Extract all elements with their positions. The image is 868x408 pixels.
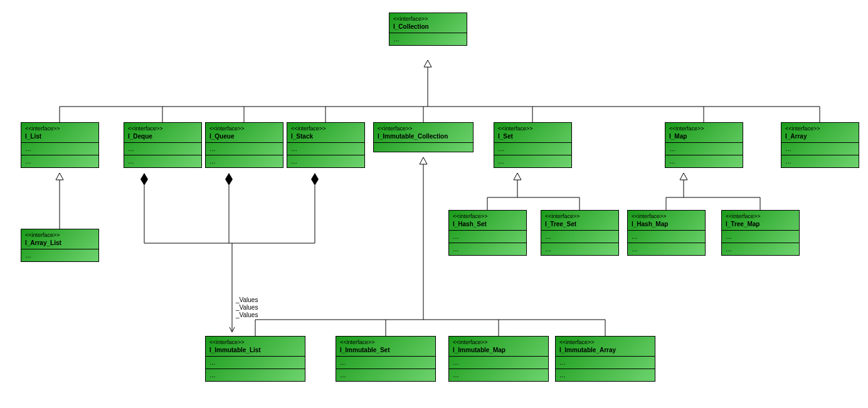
stereotype-label: <<interface>> (781, 123, 859, 132)
stereotype-label: <<interface>> (374, 123, 473, 132)
box-section: … (665, 155, 743, 167)
box-section: … (21, 249, 98, 261)
box-section: … (206, 155, 283, 167)
box-name: I_Deque (124, 132, 201, 143)
box-name: I_Map (665, 132, 743, 143)
box-stack[interactable]: <<interface>> I_Stack … … (287, 122, 365, 168)
box-section: … (449, 369, 548, 381)
svg-marker-16 (514, 173, 521, 180)
box-immutable-list[interactable]: <<interface>> I_Immutable_List … … (205, 336, 305, 382)
box-name: I_Tree_Map (722, 219, 799, 231)
box-name: I_Queue (206, 132, 283, 143)
stereotype-label: <<interface>> (336, 337, 435, 345)
stereotype-label: <<interface>> (21, 123, 98, 132)
box-name: I_Stack (287, 132, 364, 143)
box-name: I_Immutable_Array (556, 345, 655, 357)
box-name: I_Set (494, 132, 571, 143)
box-hash-set[interactable]: <<interface>> I_Hash_Set … … (448, 210, 527, 256)
box-section: … (556, 357, 655, 369)
box-name: I_Array_List (21, 238, 98, 249)
box-immutable-collection[interactable]: <<interface>> I_Immutable_Collection (373, 122, 474, 152)
box-section: … (206, 357, 305, 369)
stereotype-label: <<interface>> (389, 13, 467, 22)
stereotype-label: <<interface>> (287, 123, 364, 132)
association-label: _Values (236, 311, 258, 318)
box-name: I_Immutable_Map (449, 345, 548, 357)
box-name: I_List (21, 132, 98, 143)
box-section: … (494, 143, 571, 155)
box-section: … (781, 155, 859, 167)
box-hash-map[interactable]: <<interface>> I_Hash_Map … … (627, 210, 706, 256)
stereotype-label: <<interface>> (449, 211, 526, 219)
box-section: … (21, 143, 98, 155)
box-section: … (287, 155, 364, 167)
box-section: … (336, 369, 435, 381)
box-name: I_Hash_Set (449, 219, 526, 231)
stereotype-label: <<interface>> (21, 229, 98, 238)
svg-marker-22 (680, 173, 687, 180)
box-name: I_Array (781, 132, 859, 143)
svg-marker-1 (424, 60, 431, 67)
stereotype-label: <<interface>> (628, 211, 705, 219)
box-array-list[interactable]: <<interface>> I_Array_List … (21, 229, 99, 262)
box-section: … (722, 243, 799, 255)
box-section: … (124, 155, 201, 167)
box-section: … (206, 369, 305, 381)
box-section: … (541, 231, 618, 243)
box-map[interactable]: <<interface>> I_Map … … (665, 122, 743, 168)
box-name: I_Immutable_Collection (374, 132, 473, 143)
box-section: … (336, 357, 435, 369)
box-section: … (287, 143, 364, 155)
stereotype-label: <<interface>> (665, 123, 743, 132)
stereotype-label: <<interface>> (541, 211, 618, 219)
box-section: … (494, 155, 571, 167)
stereotype-label: <<interface>> (206, 337, 305, 345)
box-array[interactable]: <<interface>> I_Array … … (781, 122, 859, 168)
stereotype-label: <<interface>> (494, 123, 571, 132)
box-tree-set[interactable]: <<interface>> I_Tree_Set … … (541, 210, 619, 256)
box-queue[interactable]: <<interface>> I_Queue … … (205, 122, 283, 168)
stereotype-label: <<interface>> (556, 337, 655, 345)
box-immutable-array[interactable]: <<interface>> I_Immutable_Array … … (555, 336, 655, 382)
box-section: … (449, 243, 526, 255)
svg-marker-28 (420, 157, 427, 164)
box-section: … (124, 143, 201, 155)
box-name: I_Hash_Map (628, 219, 705, 231)
uml-diagram: <<interface>> I_Collection … <<interface… (0, 0, 868, 408)
box-name: I_Collection (389, 22, 467, 33)
box-section: … (628, 243, 705, 255)
box-section (374, 143, 473, 152)
box-list[interactable]: <<interface>> I_List … … (21, 122, 99, 168)
box-section: … (722, 231, 799, 243)
box-section: … (206, 143, 283, 155)
box-section: … (21, 155, 98, 167)
association-label: _Values (236, 296, 258, 303)
box-section: … (541, 243, 618, 255)
box-section: … (781, 143, 859, 155)
stereotype-label: <<interface>> (449, 337, 548, 345)
stereotype-label: <<interface>> (124, 123, 201, 132)
box-deque[interactable]: <<interface>> I_Deque … … (124, 122, 202, 168)
box-immutable-map[interactable]: <<interface>> I_Immutable_Map … … (448, 336, 549, 382)
box-section: … (389, 33, 467, 45)
box-immutable-set[interactable]: <<interface>> I_Immutable_Set … … (336, 336, 436, 382)
svg-marker-13 (56, 173, 63, 180)
box-set[interactable]: <<interface>> I_Set … … (494, 122, 572, 168)
box-section: … (665, 143, 743, 155)
box-section: … (449, 231, 526, 243)
box-collection[interactable]: <<interface>> I_Collection … (389, 13, 467, 46)
stereotype-label: <<interface>> (206, 123, 283, 132)
stereotype-label: <<interface>> (722, 211, 799, 219)
box-name: I_Immutable_Set (336, 345, 435, 357)
box-section: … (556, 369, 655, 381)
box-name: I_Tree_Set (541, 219, 618, 231)
association-label: _Values (236, 304, 258, 311)
box-tree-map[interactable]: <<interface>> I_Tree_Map … … (721, 210, 800, 256)
box-name: I_Immutable_List (206, 345, 305, 357)
box-section: … (449, 357, 548, 369)
box-section: … (628, 231, 705, 243)
